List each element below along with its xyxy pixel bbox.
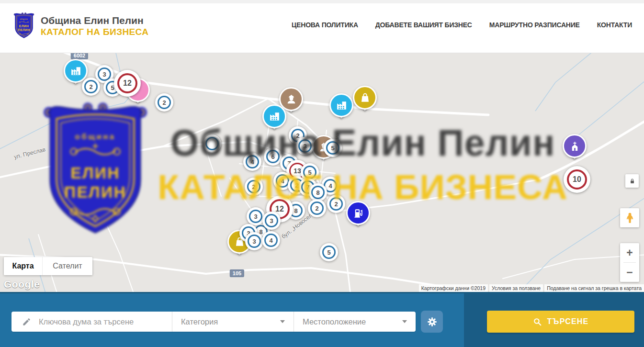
google-logo[interactable]: Google [4, 279, 40, 290]
map-attribution: Картографски данни ©2019 Условия за полз… [419, 284, 644, 292]
cluster-count: 2 [247, 180, 260, 193]
header: общинаЕЛИНПЕЛИН Община Елин Пелин КАТАЛО… [0, 0, 644, 53]
cluster-count: 4 [246, 155, 259, 168]
map-type-map-button[interactable]: Карта [4, 257, 42, 275]
map-pin-church[interactable] [563, 134, 587, 164]
cluster-count: 5 [322, 246, 336, 259]
cluster-count: 6 [266, 150, 280, 163]
cluster-count: 3 [265, 214, 278, 227]
road-label: 6002 [71, 53, 88, 59]
attribution-report-link[interactable]: Подаване на сигнал за грешка в картата [544, 284, 644, 292]
nav-route-schedule[interactable]: МАРШРУТНО РАЗПИСАНИЕ [489, 21, 580, 29]
site-subtitle: КАТАЛОГ НА БИЗНЕСА [41, 27, 148, 37]
map-cluster[interactable]: 2 [245, 178, 263, 196]
cluster-count: 2 [310, 201, 324, 215]
map-cluster[interactable]: 3 [296, 137, 314, 155]
map-pin-gas[interactable] [346, 201, 370, 231]
pin-circle [64, 59, 88, 83]
gear-icon [426, 316, 438, 328]
pin-circle [262, 104, 286, 128]
factory-icon [336, 100, 348, 112]
category-select[interactable]: Категория [172, 312, 294, 332]
cluster-count: 3 [249, 210, 262, 223]
site-logo[interactable]: общинаЕЛИНПЕЛИН Община Елин Пелин КАТАЛО… [13, 11, 148, 40]
cluster-count: 4 [276, 174, 289, 188]
lock-control[interactable] [625, 174, 639, 188]
map-cluster[interactable]: 2 [155, 93, 173, 112]
gas-icon [352, 207, 364, 219]
svg-text:ЕЛИН: ЕЛИН [19, 24, 29, 28]
bag-icon [359, 92, 371, 104]
pin-circle [353, 86, 377, 110]
page: общинаЕЛИНПЕЛИН Община Елин Пелин КАТАЛО… [0, 0, 644, 347]
map-pin-factory[interactable] [329, 93, 353, 123]
worker-icon [285, 93, 297, 105]
nav-pricing-policy[interactable]: ЦЕНОВА ПОЛИТИКА [292, 21, 358, 29]
road-label: 105 [230, 269, 244, 277]
attribution-data: Картографски данни ©2019 [419, 284, 488, 292]
map-cluster[interactable]: 2 [308, 199, 326, 217]
map-cluster[interactable]: 4 [243, 153, 261, 171]
location-select[interactable]: Местоположение [294, 312, 416, 332]
chevron-down-icon [402, 320, 407, 323]
pegman-icon [623, 212, 636, 224]
attribution-terms-link[interactable]: Условия за ползване [489, 284, 543, 292]
zoom-out-button[interactable]: − [620, 263, 639, 282]
cluster-count: 2 [158, 96, 171, 109]
category-placeholder: Категория [181, 317, 218, 326]
zoom-in-button[interactable]: + [620, 243, 639, 262]
svg-text:ПЕЛИН: ПЕЛИН [18, 28, 30, 32]
svg-text:община: община [75, 132, 116, 141]
cluster-count: 5 [326, 141, 339, 155]
map-cluster[interactable]: 3 [245, 232, 263, 250]
watermark-emblem: общинаЕЛИНПЕЛИН [41, 101, 150, 240]
svg-text:община: община [20, 18, 28, 20]
map-canvas[interactable]: общинаЕЛИНПЕЛИН Община Елин Пелин КАТАЛО… [0, 53, 644, 292]
map-cluster[interactable] [203, 134, 221, 153]
search-button[interactable]: ТЪРСЕНЕ [487, 311, 634, 333]
svg-text:ЕЛИН: ЕЛИН [70, 164, 120, 182]
map-cluster[interactable]: 2 [82, 78, 100, 96]
pegman-control[interactable] [620, 208, 639, 227]
map-cluster[interactable]: 5 [320, 243, 338, 261]
map-pin-factory[interactable] [262, 104, 286, 134]
map-cluster[interactable]: 2 [327, 195, 345, 213]
site-title-block: Община Елин Пелин КАТАЛОГ НА БИЗНЕСА [41, 14, 148, 37]
map-cluster[interactable]: 12 [114, 70, 141, 97]
main-nav: ЦЕНОВА ПОЛИТИКА ДОБАВЕТЕ ВАШИЯТ БИЗНЕС М… [292, 0, 632, 49]
cluster-count: 4 [264, 234, 278, 247]
map-cluster[interactable]: 3 [262, 212, 281, 230]
keyword-field[interactable] [11, 312, 172, 332]
search-button-label: ТЪРСЕНЕ [547, 317, 589, 326]
cluster-count: 2 [329, 197, 343, 211]
map-cluster[interactable]: 10 [564, 166, 590, 193]
map-type-control: Карта Сателит [4, 257, 92, 275]
keyword-input[interactable] [38, 317, 159, 327]
advanced-settings-button[interactable] [421, 311, 443, 333]
search-bar: Категория Местоположение [0, 292, 644, 347]
cluster-count: 8 [311, 186, 325, 199]
search-fields: Категория Местоположение [11, 312, 416, 332]
nav-contacts[interactable]: КОНТАКТИ [597, 21, 632, 29]
top-strip [0, 0, 644, 3]
cluster-count: 3 [248, 235, 261, 248]
pin-circle [329, 93, 353, 117]
location-placeholder: Местоположение [303, 317, 366, 326]
map-type-satellite-button[interactable]: Сателит [42, 257, 92, 275]
factory-icon [70, 65, 82, 77]
municipal-emblem: общинаЕЛИНПЕЛИН [13, 11, 34, 40]
cluster-count: 3 [298, 139, 312, 153]
map-cluster[interactable]: 4 [262, 231, 280, 249]
chevron-down-icon [280, 320, 285, 323]
factory-icon [269, 111, 281, 123]
map-cluster[interactable]: 5 [324, 139, 342, 157]
cluster-count: 10 [567, 169, 587, 190]
cluster-count [205, 137, 219, 150]
search-icon [533, 317, 542, 326]
map-pin-bag[interactable] [353, 86, 377, 115]
map-cluster[interactable]: 3 [247, 207, 265, 225]
map-cluster[interactable]: 6 [264, 147, 282, 166]
church-icon [569, 140, 581, 152]
nav-add-business[interactable]: ДОБАВЕТЕ ВАШИЯТ БИЗНЕС [375, 21, 472, 29]
svg-text:ПЕЛИН: ПЕЛИН [64, 183, 126, 201]
